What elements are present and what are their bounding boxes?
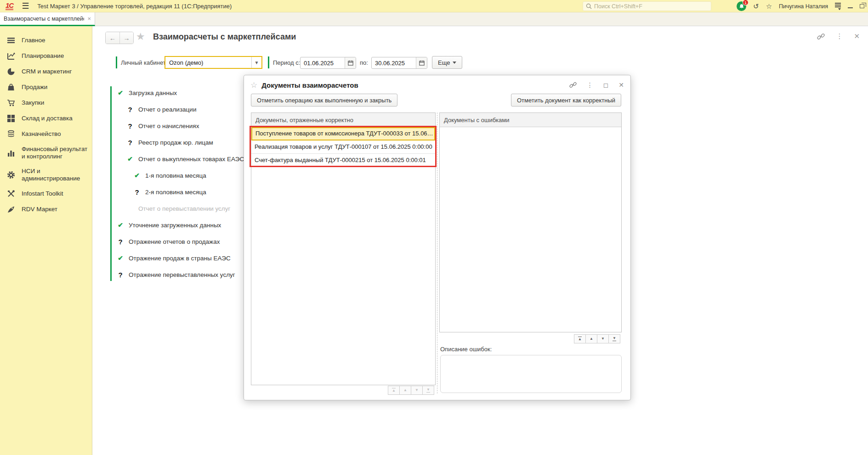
complete-operation-button[interactable]: Отметить операцию как выполненную и закр… [251, 94, 397, 107]
warehouse-grid-icon [6, 114, 16, 123]
dialog-more-menu-icon[interactable]: ⋮ [587, 81, 593, 89]
chevron-down-icon[interactable]: ▼ [251, 57, 261, 68]
dialog-close-icon[interactable]: ✕ [618, 81, 624, 89]
forward-button[interactable]: → [119, 32, 133, 44]
period-from-input[interactable]: 01.06.2025 [300, 57, 356, 69]
sidebar-item-rdv[interactable]: RDV Маркет [0, 202, 92, 217]
page-title: Взаиморасчеты с маркетплейсами [153, 32, 296, 42]
period-to-input[interactable]: 30.06.2025 [371, 57, 427, 69]
sidebar-item-warehouse[interactable]: Склад и доставка [0, 111, 92, 126]
global-search-input[interactable]: Поиск Ctrl+Shift+F [583, 1, 711, 11]
more-menu-icon[interactable]: ⋮ [836, 32, 843, 40]
filter-bar: Личный кабинет: Ozon (демо) ▼ Период с: … [92, 56, 868, 70]
scroll-down-button[interactable]: ▼ [411, 386, 423, 395]
link-icon[interactable] [569, 81, 577, 89]
notification-badge: 1 [743, 0, 749, 6]
calendar-icon[interactable] [416, 57, 427, 68]
sidebar: Главное Планирование CRM и маркетинг Про… [0, 26, 92, 455]
period-to-label: по: [360, 59, 368, 66]
current-user[interactable]: Пичугина Наталия [779, 3, 828, 10]
sidebar-item-sales[interactable]: Продажи [0, 79, 92, 95]
sidebar-item-crm[interactable]: CRM и маркетинг [0, 64, 92, 79]
done-icon: ✔ [116, 221, 125, 229]
history-icon[interactable]: ↺ [753, 3, 759, 10]
done-icon: ✔ [116, 89, 125, 96]
tab-label: Взаиморасчеты с маркетплейсами [4, 16, 84, 22]
scroll-down-button[interactable]: ▼ [597, 334, 609, 343]
question-icon: ? [125, 122, 135, 130]
document-row[interactable]: Поступление товаров от комиссионера ТДУТ… [251, 127, 435, 140]
close-page-icon[interactable]: ✕ [854, 32, 860, 40]
history-nav-group: ← → [105, 32, 134, 44]
dialog-title: Документы взаиморасчетов [261, 81, 358, 89]
link-icon[interactable] [817, 33, 825, 40]
scroll-up-button[interactable]: ▲ [585, 334, 597, 343]
panel-splitter[interactable] [437, 112, 437, 393]
cabinet-select[interactable]: Ozon (демо) ▼ [165, 56, 262, 69]
document-row[interactable]: Счет-фактура выданный ТДУТ-0000215 от 15… [251, 154, 435, 167]
bar-chart-icon [6, 149, 16, 157]
favorites-star-icon[interactable]: ☆ [766, 3, 772, 10]
correct-panel-header: Документы, отраженные корректно [251, 113, 435, 127]
notifications-bell-icon[interactable]: 1 [737, 1, 746, 11]
field-marker [116, 56, 117, 68]
field-marker [268, 56, 269, 68]
period-from-label: Период с: [273, 59, 300, 66]
tab-settlements[interactable]: Взаиморасчеты с маркетплейсами × [0, 12, 95, 26]
dialog-favorite-star-icon[interactable]: ☆ [250, 80, 257, 90]
scroll-last-button[interactable]: ▼ [608, 334, 620, 343]
back-button[interactable]: ← [106, 32, 119, 44]
scroll-first-button[interactable]: ▲ [388, 386, 400, 395]
question-icon: ? [132, 188, 142, 196]
sidebar-item-admin[interactable]: НСИ и администрирование [0, 164, 92, 186]
error-description-textarea[interactable] [440, 355, 622, 393]
pie-chart-icon [6, 67, 16, 76]
question-icon: ? [125, 106, 135, 113]
chevron-down-icon [453, 62, 456, 64]
question-icon: ? [125, 139, 135, 146]
planning-chart-icon [6, 52, 16, 60]
calendar-icon[interactable] [345, 57, 356, 68]
window-titlebar: 1С ☰ Test Маркет 3 / Управление торговле… [0, 0, 868, 12]
cabinet-label: Личный кабинет: [121, 59, 167, 66]
scroll-first-button[interactable]: ▲ [574, 334, 586, 343]
tab-strip: Взаиморасчеты с маркетплейсами × [0, 12, 868, 26]
minimize-button[interactable] [848, 4, 853, 8]
mark-correct-button[interactable]: Отметить документ как корректный [511, 94, 621, 107]
question-icon: ? [116, 271, 125, 279]
service-menu-icon[interactable] [835, 3, 841, 10]
tab-close-icon[interactable]: × [87, 15, 91, 22]
restore-window-button[interactable] [860, 4, 864, 8]
done-icon: ✔ [116, 254, 125, 262]
sidebar-item-main[interactable]: Главное [0, 33, 92, 48]
scroll-up-button[interactable]: ▲ [399, 386, 411, 395]
menu-icon [6, 36, 16, 45]
window-title: Test Маркет 3 / Управление торговлей, ре… [37, 3, 232, 10]
search-icon [586, 3, 592, 9]
sidebar-item-finance[interactable]: Финансовый результат и контроллинг [0, 142, 92, 164]
scroll-last-button[interactable]: ▼ [422, 386, 434, 395]
sidebar-item-infostart[interactable]: Infostart Toolkit [0, 186, 92, 202]
1c-logo: 1С [6, 2, 13, 10]
error-documents-panel: Документы с ошибками [439, 112, 622, 332]
sidebar-item-purchases[interactable]: Закупки [0, 95, 92, 111]
question-icon: ? [116, 238, 125, 246]
sidebar-item-planning[interactable]: Планирование [0, 48, 92, 64]
gear-icon [6, 171, 16, 179]
error-description-label: Описание ошибок: [440, 346, 492, 353]
shopping-cart-icon [6, 99, 16, 107]
more-button[interactable]: Еще [432, 56, 462, 69]
search-placeholder: Поиск Ctrl+Shift+F [594, 3, 642, 10]
main-menu-icon[interactable]: ☰ [22, 1, 29, 11]
checklist-marker [110, 86, 112, 281]
document-row[interactable]: Реализация товаров и услуг ТДУТ-000107 о… [251, 140, 435, 154]
done-icon: ✔ [132, 172, 142, 179]
done-icon: ✔ [125, 155, 135, 163]
errors-panel-header: Документы с ошибками [440, 113, 621, 127]
rocket-icon [6, 205, 16, 213]
sidebar-item-treasury[interactable]: Казначейство [0, 126, 92, 142]
dialog-maximize-icon[interactable]: ◻ [603, 81, 609, 89]
favorite-page-star-icon[interactable]: ★ [136, 31, 145, 43]
correct-documents-panel: Документы, отраженные корректно Поступле… [251, 112, 436, 385]
tools-icon [6, 190, 16, 198]
